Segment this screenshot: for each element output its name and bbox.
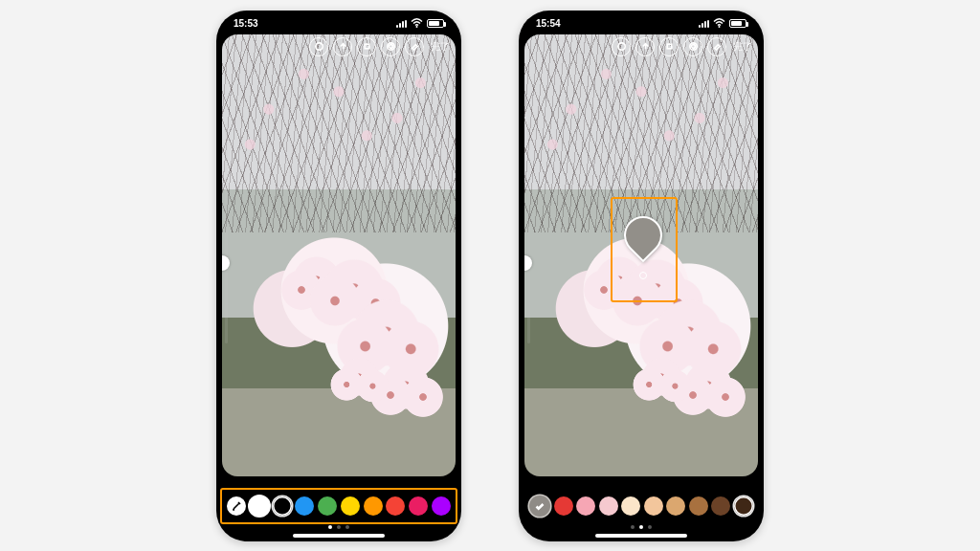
color-swatch-pale-pink[interactable] [599, 496, 618, 516]
home-indicator[interactable] [293, 534, 385, 538]
tool-neon-icon[interactable] [683, 37, 702, 56]
svg-point-5 [719, 26, 721, 28]
color-swatch-deep-brown[interactable] [734, 496, 753, 516]
color-swatch-yellow[interactable] [341, 496, 360, 516]
editor-topbar: 完了 [222, 37, 456, 56]
color-swatch-brown[interactable] [689, 496, 708, 516]
color-palette [222, 492, 456, 520]
tool-pen-icon[interactable] [612, 37, 631, 56]
svg-point-0 [416, 26, 418, 28]
color-swatch-tan[interactable] [666, 496, 685, 516]
status-bar: 15:54 [519, 13, 764, 34]
cellular-icon [396, 20, 407, 28]
palette-page-dots[interactable] [519, 525, 764, 529]
svg-point-8 [691, 45, 695, 49]
palette-page-dots[interactable] [216, 525, 461, 529]
tool-arrow-icon[interactable] [635, 37, 655, 56]
color-swatch-light-pink[interactable] [576, 496, 595, 516]
status-icons [699, 18, 746, 30]
color-swatch-white[interactable] [250, 496, 269, 516]
status-icons [396, 18, 444, 30]
svg-rect-7 [667, 44, 672, 49]
battery-icon [729, 19, 746, 28]
status-time: 15:54 [536, 18, 561, 29]
tool-eraser-icon[interactable] [707, 37, 726, 56]
color-swatch-orange[interactable] [364, 496, 383, 516]
done-button[interactable]: 完了 [431, 40, 450, 54]
tool-arrow-icon[interactable] [333, 37, 352, 56]
color-swatch-blue[interactable] [295, 496, 314, 516]
color-swatch-green[interactable] [318, 496, 337, 516]
wifi-icon [713, 18, 725, 30]
color-swatch-pink[interactable] [409, 496, 428, 516]
svg-point-6 [617, 43, 624, 50]
phone-screen-right: 15:54 完了 [519, 11, 764, 541]
phone-screen-left: 15:53 完了 [216, 11, 461, 541]
color-swatch-dark-brown[interactable] [711, 496, 730, 516]
confirm-color-button[interactable] [529, 496, 550, 517]
tool-marker-icon[interactable] [357, 37, 376, 56]
editor-topbar: 完了 [524, 37, 758, 56]
eyedropper-loupe[interactable] [624, 216, 666, 268]
viewport[interactable]: 完了 [222, 34, 456, 476]
viewport[interactable]: 完了 [524, 34, 758, 476]
color-swatch-peach[interactable] [644, 496, 663, 516]
color-swatch-black[interactable] [273, 496, 292, 516]
tool-marker-icon[interactable] [659, 37, 679, 56]
tool-pen-icon[interactable] [309, 37, 328, 56]
eyedropper-button[interactable] [227, 496, 246, 516]
story-photo [222, 34, 456, 476]
color-swatch-magenta[interactable] [432, 496, 451, 516]
cellular-icon [699, 20, 709, 28]
color-swatch-red[interactable] [386, 496, 405, 516]
done-button[interactable]: 完了 [733, 40, 752, 54]
tool-neon-icon[interactable] [381, 37, 400, 56]
brush-size-slider[interactable] [527, 122, 530, 343]
color-palette [524, 492, 758, 520]
svg-rect-2 [365, 44, 369, 49]
status-bar: 15:53 [216, 13, 461, 34]
color-swatch-cream[interactable] [621, 496, 640, 516]
status-time: 15:53 [234, 18, 258, 29]
tool-eraser-icon[interactable] [405, 37, 424, 56]
color-swatch-red[interactable] [554, 496, 573, 516]
svg-point-1 [315, 43, 322, 50]
battery-icon [427, 19, 444, 28]
wifi-icon [411, 18, 423, 30]
brush-size-slider[interactable] [225, 122, 228, 343]
svg-point-3 [389, 45, 392, 49]
home-indicator[interactable] [595, 534, 687, 538]
